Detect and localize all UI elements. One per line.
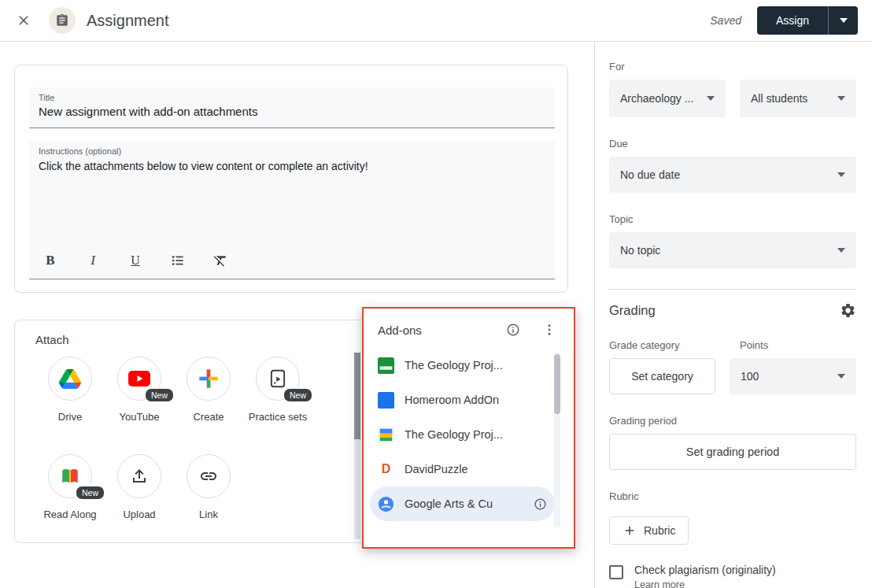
topic-select[interactable]: No topic [609, 232, 856, 268]
grading-period-label: Grading period [609, 415, 856, 427]
class-select-value: Archaeology ... [620, 92, 693, 105]
addon-item-davidpuzzle[interactable]: D DavidPuzzle [370, 452, 555, 486]
youtube-button[interactable]: New [117, 357, 161, 401]
header: Assignment Saved Assign [0, 0, 872, 42]
addon-item-homeroom[interactable]: Homeroom AddOn [370, 383, 555, 417]
bulleted-list-button[interactable] [169, 252, 187, 269]
formatting-toolbar: B I U [29, 242, 555, 279]
assignment-details-card: Title New assignment with add-on attachm… [14, 65, 568, 293]
addon-item-label: The Geology Proj... [405, 359, 547, 372]
homeroom-addon-icon [378, 392, 394, 409]
attach-option-label: Create [179, 410, 238, 425]
sidebar-divider [609, 289, 856, 290]
students-select[interactable]: All students [740, 80, 856, 117]
chevron-down-icon [707, 96, 715, 101]
info-icon [534, 497, 547, 511]
grading-title: Grading [609, 303, 656, 318]
due-date-value: No due date [620, 168, 680, 181]
addons-scrollbar-thumb[interactable] [554, 354, 560, 414]
topic-label: Topic [609, 213, 856, 225]
addon-item-label: DavidPuzzle [405, 463, 547, 475]
upload-icon [130, 467, 149, 486]
title-field[interactable]: Title New assignment with add-on attachm… [29, 87, 555, 128]
plagiarism-checkbox[interactable] [609, 565, 623, 579]
page-title: Assignment [87, 12, 169, 30]
create-button[interactable] [187, 357, 231, 401]
chevron-down-icon [837, 248, 845, 253]
addons-list: The Geology Proj... Homeroom AddOn The G… [364, 346, 574, 521]
drive-icon [59, 369, 81, 389]
addon-item-label: The Geology Proj... [405, 428, 547, 441]
title-field-value[interactable]: New assignment with add-on attachments [39, 105, 545, 118]
addon-item-label: Homeroom AddOn [405, 394, 547, 406]
learn-more-link[interactable]: Learn more [634, 579, 776, 588]
title-field-label: Title [39, 93, 545, 102]
grading-settings-button[interactable] [840, 302, 856, 319]
attach-option-drive: Drive [35, 357, 105, 425]
points-select[interactable]: 100 [730, 358, 856, 394]
clear-formatting-icon [212, 253, 228, 268]
info-icon [506, 323, 520, 337]
davidpuzzle-addon-icon: D [378, 461, 394, 478]
for-label: For [609, 61, 856, 72]
practice-sets-button[interactable]: New [256, 357, 300, 401]
grade-category-select[interactable]: Set category [609, 358, 715, 394]
practice-sets-icon [268, 368, 288, 389]
read-along-button[interactable]: New [48, 454, 92, 498]
bold-button[interactable]: B [42, 252, 59, 269]
addons-popup: Add-ons The Geology Proj... Homeroom Add [362, 307, 575, 549]
assign-dropdown-button[interactable] [828, 6, 858, 35]
addon-item-arts-culture[interactable]: Google Arts & Cu [370, 486, 555, 521]
attach-row-1: Drive New YouTube Create New [35, 357, 312, 425]
grade-category-label: Grade category [609, 339, 740, 351]
kebab-menu-icon [542, 323, 556, 337]
addon-item-info-button[interactable] [534, 497, 547, 511]
plus-icon [623, 523, 637, 538]
students-select-value: All students [751, 92, 807, 105]
rubric-label: Rubric [609, 490, 856, 502]
assign-button[interactable]: Assign [757, 6, 828, 35]
addon-item-label: Google Arts & Cu [405, 497, 523, 510]
points-label: Points [740, 339, 768, 351]
addons-menu-button[interactable] [541, 321, 558, 338]
clear-formatting-button[interactable] [212, 252, 229, 269]
link-icon [199, 467, 218, 486]
instructions-field-value[interactable]: Click the attachments below to view cont… [39, 160, 545, 172]
upload-button[interactable] [117, 454, 161, 498]
addon-item-geology-1[interactable]: The Geology Proj... [370, 348, 555, 383]
set-grading-period-button[interactable]: Set grading period [609, 434, 856, 470]
attach-option-youtube: New YouTube [105, 357, 174, 425]
drive-button[interactable] [48, 357, 92, 401]
instructions-field[interactable]: Instructions (optional) Click the attach… [29, 141, 555, 279]
gear-icon [840, 302, 856, 319]
link-button[interactable] [187, 454, 231, 498]
chevron-down-icon [837, 374, 845, 379]
due-date-select[interactable]: No due date [609, 157, 856, 193]
settings-sidebar: For Archaeology ... All students Due No … [594, 42, 872, 588]
new-badge: New [144, 387, 175, 403]
attach-option-label: YouTube [109, 410, 169, 425]
addons-scrollbar[interactable] [554, 353, 560, 527]
youtube-icon [127, 370, 151, 387]
rubric-button-label: Rubric [644, 524, 675, 537]
attach-scrollbar[interactable] [354, 353, 360, 539]
underline-button[interactable]: U [127, 252, 144, 269]
attach-scrollbar-thumb[interactable] [354, 353, 360, 439]
addon-item-geology-2[interactable]: The Geology Proj... [370, 417, 555, 452]
attach-option-upload: Upload [105, 454, 174, 523]
attach-option-practice-sets: New Practice sets [243, 357, 312, 425]
close-icon[interactable] [11, 8, 36, 33]
arts-culture-addon-icon [378, 496, 394, 512]
add-rubric-button[interactable]: Rubric [609, 516, 689, 545]
chevron-down-icon [837, 96, 845, 101]
italic-button[interactable]: I [84, 252, 102, 269]
attach-option-create: Create [174, 357, 243, 425]
attach-option-label: Practice sets [248, 410, 308, 425]
geology-addon-icon [378, 357, 394, 374]
class-select[interactable]: Archaeology ... [609, 80, 726, 117]
bulleted-list-icon [170, 253, 186, 268]
addons-info-button[interactable] [504, 321, 522, 338]
read-along-icon [60, 466, 80, 486]
plagiarism-label: Check plagiarism (originality) [634, 564, 776, 576]
attach-option-label: Read Along [40, 508, 100, 523]
